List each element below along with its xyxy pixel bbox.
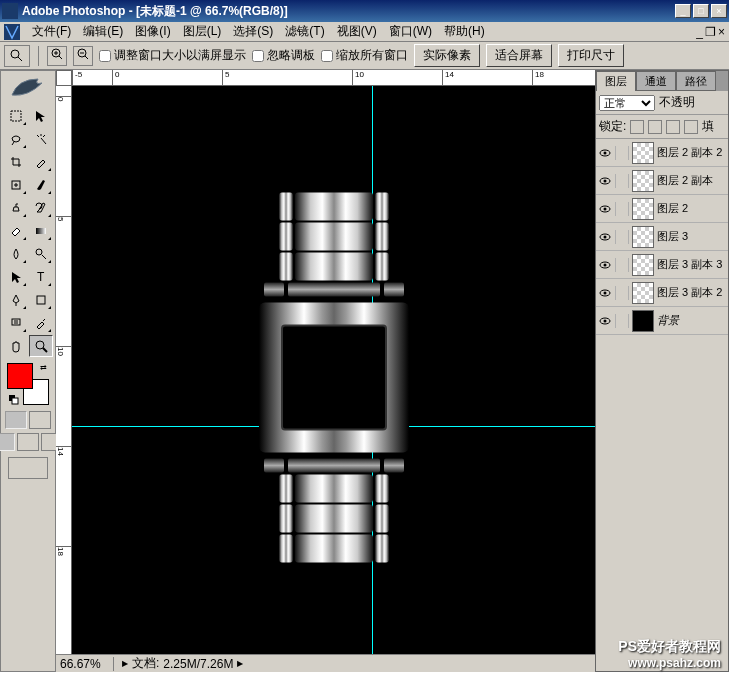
close-button[interactable]: × (711, 4, 727, 18)
zoom-all-checkbox[interactable]: 缩放所有窗口 (321, 47, 408, 64)
menu-file[interactable]: 文件(F) (26, 21, 77, 42)
tool-preset-picker[interactable] (4, 45, 30, 67)
menu-filter[interactable]: 滤镜(T) (279, 21, 330, 42)
visibility-toggle-icon[interactable] (598, 230, 612, 244)
eraser-tool[interactable] (4, 220, 28, 242)
clone-stamp-tool[interactable] (4, 197, 28, 219)
ruler-origin[interactable] (56, 70, 72, 86)
move-tool[interactable] (29, 105, 53, 127)
ignore-palettes-checkbox[interactable]: 忽略调板 (252, 47, 315, 64)
pen-tool[interactable] (4, 289, 28, 311)
notes-tool[interactable] (4, 312, 28, 334)
resize-windows-checkbox[interactable]: 调整窗口大小以满屏显示 (99, 47, 246, 64)
canvas[interactable] (72, 86, 595, 654)
marquee-tool[interactable] (4, 105, 28, 127)
visibility-toggle-icon[interactable] (598, 258, 612, 272)
layer-thumbnail[interactable] (632, 226, 654, 248)
menu-help[interactable]: 帮助(H) (438, 21, 491, 42)
fit-screen-button[interactable]: 适合屏幕 (486, 44, 552, 67)
zoom-in-button[interactable] (47, 46, 67, 66)
visibility-toggle-icon[interactable] (598, 146, 612, 160)
layer-name[interactable]: 图层 3 (657, 229, 726, 244)
swap-colors-icon[interactable]: ⇄ (40, 363, 47, 372)
path-selection-tool[interactable] (4, 266, 28, 288)
zoom-tool[interactable] (29, 335, 53, 357)
layer-name[interactable]: 图层 2 (657, 201, 726, 216)
quickmask-mode-button[interactable] (29, 411, 51, 429)
layer-row[interactable]: 图层 2 副本 2 (596, 139, 728, 167)
color-swatches[interactable]: ⇄ (7, 363, 49, 405)
document-info[interactable]: ▶ 文档: 2.25M/7.26M ▶ (114, 655, 251, 672)
print-size-button[interactable]: 打印尺寸 (558, 44, 624, 67)
layer-row[interactable]: 图层 3 副本 2 (596, 279, 728, 307)
menu-image[interactable]: 图像(I) (129, 21, 176, 42)
vertical-ruler[interactable]: 0 5 10 14 18 (56, 86, 72, 654)
menu-select[interactable]: 选择(S) (227, 21, 279, 42)
default-colors-icon[interactable] (9, 395, 19, 405)
brush-tool[interactable] (29, 174, 53, 196)
layer-row[interactable]: 图层 3 (596, 223, 728, 251)
lock-position-icon[interactable] (666, 120, 680, 134)
shape-tool[interactable] (29, 289, 53, 311)
link-column[interactable] (615, 314, 629, 328)
tab-channels[interactable]: 通道 (636, 71, 676, 91)
history-brush-tool[interactable] (29, 197, 53, 219)
crop-tool[interactable] (4, 151, 28, 173)
lock-all-icon[interactable] (684, 120, 698, 134)
visibility-toggle-icon[interactable] (598, 286, 612, 300)
layer-name[interactable]: 图层 2 副本 (657, 173, 726, 188)
link-column[interactable] (615, 174, 629, 188)
layer-thumbnail[interactable] (632, 282, 654, 304)
jump-to-button[interactable] (8, 457, 48, 479)
dodge-tool[interactable] (29, 243, 53, 265)
link-column[interactable] (615, 230, 629, 244)
minimize-button[interactable]: _ (675, 4, 691, 18)
zoom-out-button[interactable] (73, 46, 93, 66)
layer-thumbnail[interactable] (632, 198, 654, 220)
menu-layer[interactable]: 图层(L) (177, 21, 228, 42)
layer-row[interactable]: 背景 (596, 307, 728, 335)
doc-minimize-button[interactable]: _ (696, 25, 703, 39)
link-column[interactable] (615, 146, 629, 160)
hand-tool[interactable] (4, 335, 28, 357)
horizontal-ruler[interactable]: -5 0 5 10 14 18 (72, 70, 595, 86)
tab-paths[interactable]: 路径 (676, 71, 716, 91)
layer-name[interactable]: 图层 2 副本 2 (657, 145, 726, 160)
layer-row[interactable]: 图层 3 副本 3 (596, 251, 728, 279)
visibility-toggle-icon[interactable] (598, 174, 612, 188)
zoom-level-field[interactable]: 66.67% (56, 657, 114, 671)
eyedropper-tool[interactable] (29, 312, 53, 334)
lasso-tool[interactable] (4, 128, 28, 150)
layer-name[interactable]: 图层 3 副本 2 (657, 285, 726, 300)
link-column[interactable] (615, 258, 629, 272)
foreground-color-swatch[interactable] (7, 363, 33, 389)
layer-name[interactable]: 背景 (657, 313, 726, 328)
layer-name[interactable]: 图层 3 副本 3 (657, 257, 726, 272)
screenmode-standard[interactable] (0, 433, 15, 451)
standard-mode-button[interactable] (5, 411, 27, 429)
layer-thumbnail[interactable] (632, 142, 654, 164)
slice-tool[interactable] (29, 151, 53, 173)
layer-row[interactable]: 图层 2 (596, 195, 728, 223)
doc-close-button[interactable]: × (718, 25, 725, 39)
layer-thumbnail[interactable] (632, 170, 654, 192)
actual-pixels-button[interactable]: 实际像素 (414, 44, 480, 67)
screenmode-full-menubar[interactable] (17, 433, 39, 451)
visibility-toggle-icon[interactable] (598, 314, 612, 328)
layer-thumbnail[interactable] (632, 310, 654, 332)
lock-transparency-icon[interactable] (630, 120, 644, 134)
gradient-tool[interactable] (29, 220, 53, 242)
link-column[interactable] (615, 202, 629, 216)
doc-restore-button[interactable]: ❐ (705, 25, 716, 39)
maximize-button[interactable]: □ (693, 4, 709, 18)
menu-window[interactable]: 窗口(W) (383, 21, 438, 42)
blend-mode-select[interactable]: 正常 (599, 95, 655, 111)
type-tool[interactable]: T (29, 266, 53, 288)
lock-image-icon[interactable] (648, 120, 662, 134)
layer-row[interactable]: 图层 2 副本 (596, 167, 728, 195)
tab-layers[interactable]: 图层 (596, 71, 636, 91)
menu-view[interactable]: 视图(V) (331, 21, 383, 42)
visibility-toggle-icon[interactable] (598, 202, 612, 216)
menu-edit[interactable]: 编辑(E) (77, 21, 129, 42)
blur-tool[interactable] (4, 243, 28, 265)
